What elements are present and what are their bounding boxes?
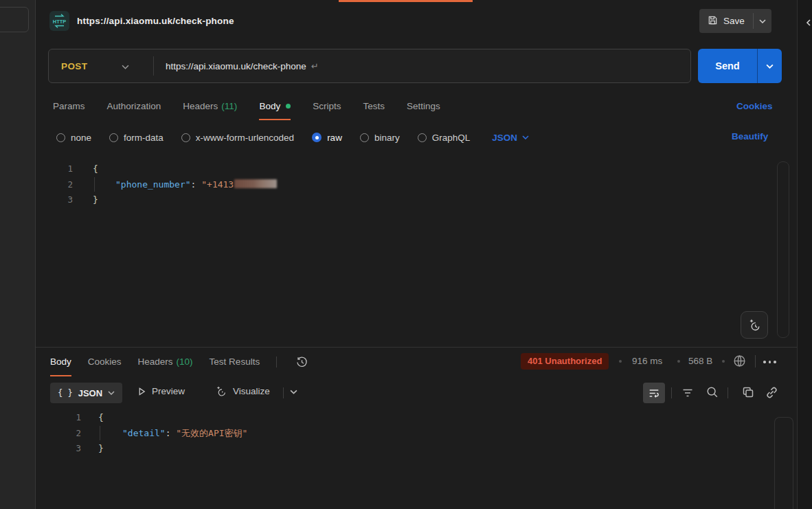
app-window: HTTP https://api.xiaomu.uk/check-phone S… (0, 0, 812, 509)
response-status-badge: 401 Unauthorized (521, 353, 609, 370)
sidebar-partial-item[interactable] (0, 7, 29, 32)
request-line-number: 1 (43, 161, 73, 177)
body-type-options: none form-data x-www-form-urlencoded raw… (43, 128, 529, 147)
divider (755, 355, 756, 367)
play-icon (137, 387, 146, 396)
response-line-number: 1 (43, 410, 81, 425)
collapse-panel-icon[interactable] (804, 17, 812, 30)
response-headers-count-badge: (10) (177, 357, 193, 367)
code-line: "phone_number": "+1413 (115, 177, 277, 192)
language-selector[interactable]: JSON (492, 133, 529, 143)
save-icon (708, 15, 718, 27)
response-tab-test-results[interactable]: Test Results (210, 348, 260, 376)
request-name-title: https://api.xiaomu.uk/check-phone (77, 16, 234, 26)
separator-dot (619, 360, 622, 363)
http-request-icon: HTTP (49, 11, 69, 31)
separator-dot (677, 360, 680, 363)
sparkle-circle-icon (214, 385, 227, 398)
url-bar-divider (153, 56, 154, 76)
tab-headers[interactable]: Headers(11) (183, 93, 237, 120)
response-editor-scrollbar[interactable] (774, 417, 793, 509)
code-line: } (93, 192, 98, 207)
toolbar-chevron-down-icon[interactable] (290, 389, 297, 394)
tab-params[interactable]: Params (53, 93, 85, 120)
request-line-number: 3 (43, 192, 73, 207)
filter-icon[interactable] (681, 386, 695, 400)
right-sidebar-rail (797, 0, 812, 509)
response-size: 568 B (688, 356, 712, 366)
code-line: "detail": "无效的API密钥" (122, 426, 247, 441)
save-options-chevron[interactable] (754, 9, 771, 33)
copy-icon[interactable] (741, 385, 755, 399)
sparkle-clock-icon (747, 317, 762, 332)
code-line: } (98, 441, 104, 456)
preview-button[interactable]: Preview (137, 386, 185, 396)
divider (276, 357, 277, 367)
response-tab-bar: Body Cookies Headers(10) Test Results (43, 348, 310, 376)
visualize-button[interactable]: Visualize (214, 385, 270, 398)
more-options-icon[interactable] (763, 361, 776, 363)
network-globe-icon[interactable] (732, 354, 747, 368)
response-tab-body[interactable]: Body (50, 348, 71, 376)
svg-text:HTTP: HTTP (53, 19, 66, 25)
response-format-selector[interactable]: { } JSON (50, 383, 122, 403)
link-icon[interactable] (765, 385, 779, 400)
cookies-link[interactable]: Cookies (736, 101, 773, 111)
active-tab-indicator (339, 0, 473, 2)
chevron-down-icon (108, 391, 115, 395)
braces-icon: { } (58, 388, 73, 398)
postbot-ai-button[interactable] (741, 311, 768, 339)
wrap-text-button[interactable] (643, 383, 665, 403)
body-modified-dot (286, 104, 291, 109)
request-line-number: 2 (43, 177, 73, 192)
request-editor-scrollbar[interactable] (777, 161, 789, 338)
radio-icon (181, 133, 190, 142)
redacted-phone-value (234, 179, 277, 188)
divider (728, 387, 728, 398)
tab-tests[interactable]: Tests (363, 93, 385, 120)
request-url-bar: POST https://api.xiaomu.uk/check-phone ↵ (48, 49, 691, 83)
send-split-button: Send (698, 49, 782, 83)
body-type-graphql[interactable]: GraphQL (418, 133, 471, 143)
tab-settings[interactable]: Settings (407, 93, 440, 120)
response-line-number: 3 (43, 441, 81, 456)
divider (671, 387, 672, 398)
body-type-form-data[interactable]: form-data (109, 133, 163, 143)
divider (283, 387, 284, 398)
method-chevron-icon[interactable] (122, 60, 153, 72)
headers-count-badge: (11) (221, 101, 237, 111)
body-type-raw[interactable]: raw (312, 133, 342, 143)
body-type-none[interactable]: none (56, 133, 91, 143)
response-history-icon[interactable] (293, 348, 310, 376)
enter-key-hint: ↵ (311, 61, 319, 71)
tab-body[interactable]: Body (259, 93, 291, 120)
left-sidebar-rail (0, 0, 36, 509)
code-line: { (98, 410, 104, 425)
save-button[interactable]: Save (699, 9, 753, 33)
body-type-binary[interactable]: binary (360, 133, 400, 143)
tab-scripts[interactable]: Scripts (313, 93, 341, 120)
radio-icon (109, 133, 118, 142)
tab-authorization[interactable]: Authorization (107, 93, 161, 120)
response-body-editor[interactable]: { "detail": "无效的API密钥" } (95, 410, 768, 493)
response-time: 916 ms (632, 356, 662, 366)
request-tab-bar: Params Authorization Headers(11) Body Sc… (43, 93, 440, 120)
code-line: { (93, 161, 98, 177)
send-button[interactable]: Send (698, 49, 757, 83)
save-split-button: Save (699, 9, 771, 33)
response-line-number: 2 (43, 426, 81, 441)
request-body-editor[interactable]: { "phone_number": "+1413 } (89, 161, 769, 340)
response-tab-headers[interactable]: Headers(10) (138, 348, 193, 376)
beautify-link[interactable]: Beautify (732, 131, 768, 142)
search-icon[interactable] (706, 385, 719, 399)
radio-icon (418, 133, 427, 142)
indent-guide (94, 177, 95, 192)
method-selector[interactable]: POST (49, 61, 122, 71)
save-button-label: Save (723, 16, 745, 26)
body-type-urlencoded[interactable]: x-www-form-urlencoded (181, 133, 294, 143)
chevron-down-icon (522, 135, 529, 139)
send-options-chevron[interactable] (758, 49, 782, 83)
indent-guide (100, 426, 100, 440)
response-tab-cookies[interactable]: Cookies (88, 348, 122, 376)
url-input[interactable]: https://api.xiaomu.uk/check-phone (166, 61, 306, 71)
